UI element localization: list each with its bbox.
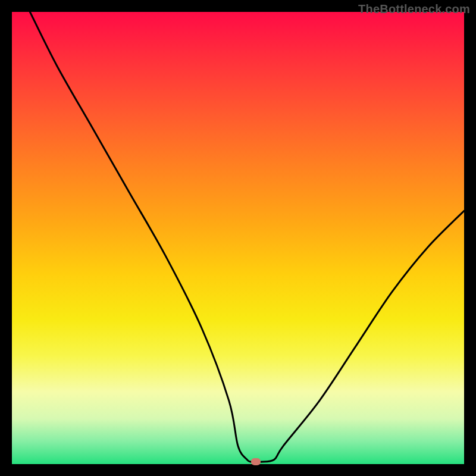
watermark-text: TheBottleneck.com [358, 2, 470, 16]
chart-frame: TheBottleneck.com [0, 0, 476, 476]
chart-plot-area [12, 12, 464, 464]
optimal-point-marker [251, 458, 261, 465]
bottleneck-curve [12, 12, 464, 464]
